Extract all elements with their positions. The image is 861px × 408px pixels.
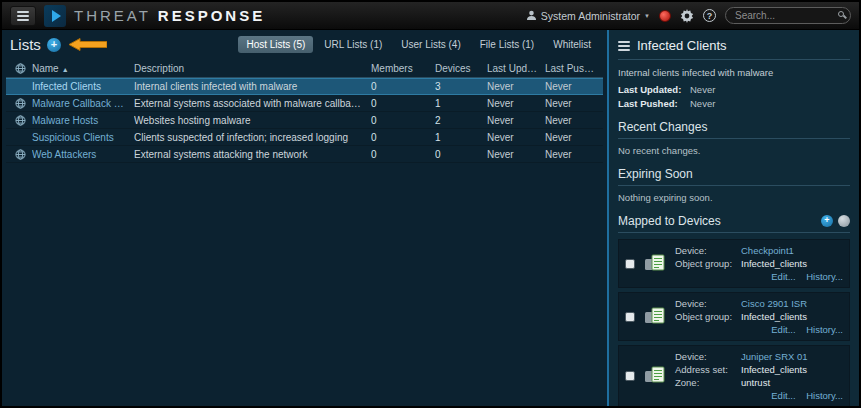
column-header-last-pushed[interactable]: Last Pushed bbox=[545, 63, 601, 74]
list-members-count: 0 bbox=[371, 98, 435, 109]
list-description: Clients suspected of infection; increase… bbox=[134, 132, 371, 143]
tab-host-lists[interactable]: Host Lists (5) bbox=[238, 36, 313, 53]
list-name-link[interactable]: Infected Clients bbox=[32, 81, 134, 92]
globe-icon bbox=[8, 149, 32, 160]
search-input[interactable] bbox=[725, 7, 851, 24]
add-list-button[interactable]: + bbox=[47, 38, 61, 52]
field-value: Infected_clients bbox=[741, 258, 843, 269]
mapped-devices-title: Mapped to Devices bbox=[618, 214, 721, 228]
app-title-bold: RESPONSE bbox=[158, 7, 265, 24]
field-value: Infected_clients bbox=[741, 311, 843, 322]
device-checkbox[interactable] bbox=[625, 312, 635, 322]
list-name-link[interactable]: Suspicious Clients bbox=[32, 132, 134, 143]
add-mapping-icon[interactable]: + bbox=[821, 215, 833, 227]
list-devices-count: 3 bbox=[435, 81, 487, 92]
edit-link[interactable]: Edit... bbox=[771, 390, 795, 401]
gear-icon[interactable] bbox=[680, 9, 694, 23]
list-type-column-icon[interactable] bbox=[8, 63, 32, 74]
list-name-link[interactable]: Malware Callback Sites bbox=[32, 98, 134, 109]
list-last-updated: Never bbox=[487, 132, 545, 143]
app-logo-icon bbox=[44, 5, 66, 27]
list-members-count: 0 bbox=[371, 149, 435, 160]
search-icon bbox=[838, 11, 845, 18]
list-name-link[interactable]: Web Attackers bbox=[32, 149, 134, 160]
column-header-members[interactable]: Members bbox=[371, 63, 435, 74]
panel-menu-icon[interactable] bbox=[618, 41, 630, 51]
table-row[interactable]: Web Attackers External systems attacking… bbox=[6, 146, 603, 163]
sort-asc-icon: ▲ bbox=[62, 66, 69, 73]
list-last-pushed: Never bbox=[545, 132, 601, 143]
list-name-link[interactable]: Malware Hosts bbox=[32, 115, 134, 126]
chevron-down-icon: ▼ bbox=[644, 13, 650, 19]
app-window: THREAT RESPONSE System Administrator ▼ ?… bbox=[0, 0, 861, 408]
table-row[interactable]: Infected Clients Internal clients infect… bbox=[6, 78, 603, 95]
list-members-count: 0 bbox=[371, 132, 435, 143]
topbar: THREAT RESPONSE System Administrator ▼ ? bbox=[2, 2, 859, 30]
detail-description: Internal clients infected with malware bbox=[618, 67, 850, 78]
list-members-count: 0 bbox=[371, 115, 435, 126]
list-description: External systems associated with malware… bbox=[134, 98, 371, 109]
help-icon[interactable]: ? bbox=[703, 9, 716, 22]
device-name-link[interactable]: Checkpoint1 bbox=[741, 245, 843, 256]
detail-title: Infected Clients bbox=[637, 38, 727, 53]
app-title-thin: THREAT bbox=[74, 7, 151, 24]
list-last-updated: Never bbox=[487, 149, 545, 160]
list-devices-count: 2 bbox=[435, 115, 487, 126]
list-last-updated: Never bbox=[487, 115, 545, 126]
tab-url-lists[interactable]: URL Lists (1) bbox=[316, 36, 390, 53]
field-label: Zone: bbox=[675, 377, 741, 388]
tab-file-lists[interactable]: File Lists (1) bbox=[472, 36, 542, 53]
table-row[interactable]: Malware Callback Sites External systems … bbox=[6, 95, 603, 112]
tab-user-lists[interactable]: User Lists (4) bbox=[393, 36, 468, 53]
device-card: Device: Cisco 2901 ISR Object group: Inf… bbox=[618, 292, 850, 341]
table-row[interactable]: Malware Hosts Websites hosting malware 0… bbox=[6, 112, 603, 129]
last-updated-value: Never bbox=[690, 84, 850, 95]
mapped-devices-list: Device: Checkpoint1 Object group: Infect… bbox=[618, 239, 850, 406]
field-label: Object group: bbox=[675, 311, 741, 322]
device-name-link[interactable]: Juniper SRX 01 bbox=[741, 351, 843, 362]
lists-header: Lists + Host Lists (5) URL Lists (1) Use… bbox=[2, 30, 607, 58]
list-devices-count: 0 bbox=[435, 149, 487, 160]
column-header-description[interactable]: Description bbox=[134, 63, 371, 74]
detail-panel: Infected Clients Internal clients infect… bbox=[609, 30, 859, 406]
history-link[interactable]: History... bbox=[806, 390, 843, 401]
device-checkbox[interactable] bbox=[625, 259, 635, 269]
detail-header: Infected Clients bbox=[618, 35, 850, 60]
main-area: Lists + Host Lists (5) URL Lists (1) Use… bbox=[2, 30, 859, 406]
hamburger-icon bbox=[17, 11, 29, 21]
status-indicator[interactable] bbox=[659, 10, 671, 22]
recent-changes-section-header: Recent Changes bbox=[618, 120, 850, 139]
list-last-pushed: Never bbox=[545, 115, 601, 126]
column-header-name[interactable]: Name▲ bbox=[32, 63, 134, 74]
field-label: Object group: bbox=[675, 258, 741, 269]
remove-mapping-icon[interactable] bbox=[838, 215, 850, 227]
device-name-link[interactable]: Cisco 2901 ISR bbox=[741, 298, 843, 309]
column-header-last-updated[interactable]: Last Updated bbox=[487, 63, 545, 74]
recent-changes-empty: No recent changes. bbox=[618, 145, 850, 156]
field-value: untrust bbox=[741, 377, 843, 388]
main-menu-icon[interactable] bbox=[10, 6, 36, 26]
edit-link[interactable]: Edit... bbox=[771, 271, 795, 282]
device-card: Device: Checkpoint1 Object group: Infect… bbox=[618, 239, 850, 288]
table-header-row: Name▲ Description Members Devices Last U… bbox=[6, 59, 603, 78]
history-link[interactable]: History... bbox=[806, 324, 843, 335]
column-header-devices[interactable]: Devices bbox=[435, 63, 487, 74]
last-pushed-label: Last Pushed: bbox=[618, 98, 690, 109]
history-link[interactable]: History... bbox=[806, 271, 843, 282]
device-checkbox[interactable] bbox=[625, 371, 635, 381]
list-last-pushed: Never bbox=[545, 98, 601, 109]
search-box bbox=[725, 7, 851, 24]
list-last-pushed: Never bbox=[545, 149, 601, 160]
app-title: THREAT RESPONSE bbox=[74, 7, 265, 24]
list-members-count: 0 bbox=[371, 81, 435, 92]
page-title: Lists bbox=[10, 36, 41, 53]
list-description: External systems attacking the network bbox=[134, 149, 371, 160]
user-menu-label: System Administrator bbox=[541, 10, 640, 22]
table-row[interactable]: Suspicious Clients Clients suspected of … bbox=[6, 129, 603, 146]
tab-whitelist[interactable]: Whitelist bbox=[545, 36, 599, 53]
edit-link[interactable]: Edit... bbox=[771, 324, 795, 335]
globe-icon bbox=[8, 115, 32, 126]
user-menu[interactable]: System Administrator ▼ bbox=[526, 10, 650, 22]
field-label: Device: bbox=[675, 245, 741, 256]
list-last-updated: Never bbox=[487, 81, 545, 92]
